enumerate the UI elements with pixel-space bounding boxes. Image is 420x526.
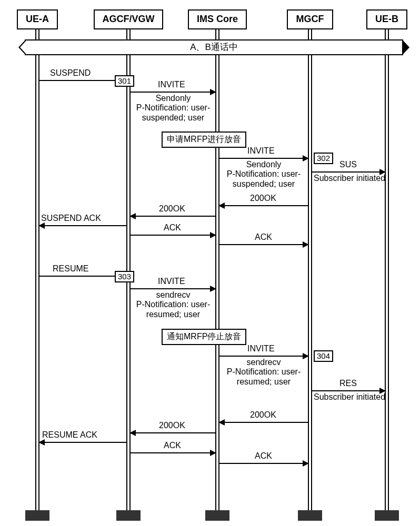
step-302: 302: [314, 153, 333, 164]
msg-invite-3-sub: sendrecv P-Notification: user- resumed; …: [129, 290, 217, 319]
state-bar: A、B通话中: [25, 39, 403, 55]
msg-invite-4: INVITE: [247, 344, 275, 353]
participant-uea: UE-A: [17, 9, 58, 29]
msg-ack-2: ACK: [255, 232, 272, 242]
lifeline-ueb: [385, 29, 389, 510]
step-301: 301: [115, 75, 134, 87]
arrow-suspend: [39, 80, 126, 81]
msg-200ok-3: 200OK: [250, 410, 276, 420]
arrow-200ok-3: [219, 422, 308, 423]
arrow-resume-ack: [39, 442, 126, 443]
msg-resume-ack: RESUME ACK: [42, 430, 97, 440]
arrow-invite-1: [131, 92, 215, 93]
participant-mgcf: MGCF: [287, 9, 333, 29]
arrow-ack-3: [131, 452, 215, 453]
arrow-invite-2: [219, 158, 308, 159]
foot-mgcf: [298, 510, 322, 521]
msg-resume: RESUME: [53, 264, 88, 274]
msg-200ok-4: 200OK: [159, 421, 185, 430]
lifeline-uea: [35, 29, 39, 510]
participant-ims: IMS Core: [188, 9, 247, 29]
arrow-sus: [312, 171, 385, 173]
state-bar-label: A、B通话中: [190, 42, 238, 52]
foot-agcf: [116, 510, 141, 521]
step-304: 304: [314, 350, 333, 362]
msg-ack-3: ACK: [164, 441, 181, 450]
note-mrfp-stop: 通知MRFP停止放音: [162, 329, 246, 345]
participant-ueb: UE-B: [366, 9, 407, 29]
lifeline-mgcf: [308, 29, 312, 510]
foot-uea: [25, 510, 49, 521]
msg-invite-2-sub: Sendonly P-Notification: user- suspended…: [218, 160, 309, 189]
foot-ueb: [375, 510, 399, 521]
note-mrfp-start: 申请MRFP进行放音: [162, 132, 246, 148]
msg-invite-3: INVITE: [158, 277, 185, 286]
arrow-resume: [39, 276, 126, 277]
msg-res-sub: Subscriber initiated: [314, 392, 385, 402]
msg-200ok-2: 200OK: [159, 204, 185, 214]
arrow-ack-1: [131, 235, 215, 236]
msg-200ok-1: 200OK: [250, 194, 276, 203]
arrow-res: [312, 390, 385, 391]
arrow-invite-4: [219, 356, 308, 357]
arrow-ack-2: [219, 244, 308, 245]
msg-suspend-ack: SUSPEND ACK: [41, 214, 101, 223]
participant-agcf: AGCF/VGW: [94, 9, 163, 29]
foot-ims: [205, 510, 229, 521]
arrow-200ok-2: [131, 216, 215, 217]
msg-sus: SUS: [339, 160, 357, 169]
arrow-ack-4: [219, 463, 308, 464]
msg-res: RES: [339, 379, 357, 388]
msg-invite-1-sub: Sendonly P-Notification: user- suspended…: [129, 94, 217, 123]
arrow-200ok-1: [219, 205, 308, 206]
msg-ack-1: ACK: [164, 223, 181, 232]
msg-suspend: SUSPEND: [50, 68, 91, 78]
arrow-suspend-ack: [39, 225, 126, 226]
msg-ack-4: ACK: [255, 451, 272, 461]
msg-invite-2: INVITE: [247, 146, 275, 156]
msg-invite-1: INVITE: [158, 80, 185, 89]
step-303: 303: [115, 271, 134, 282]
sequence-diagram: UE-A AGCF/VGW IMS Core MGCF UE-B A、B通话中 …: [0, 0, 420, 526]
msg-invite-4-sub: sendrecv P-Notification: user- resumed; …: [218, 358, 309, 387]
arrow-200ok-4: [131, 432, 215, 433]
arrow-invite-3: [131, 288, 215, 289]
msg-sus-sub: Subscriber initiated: [314, 174, 385, 183]
